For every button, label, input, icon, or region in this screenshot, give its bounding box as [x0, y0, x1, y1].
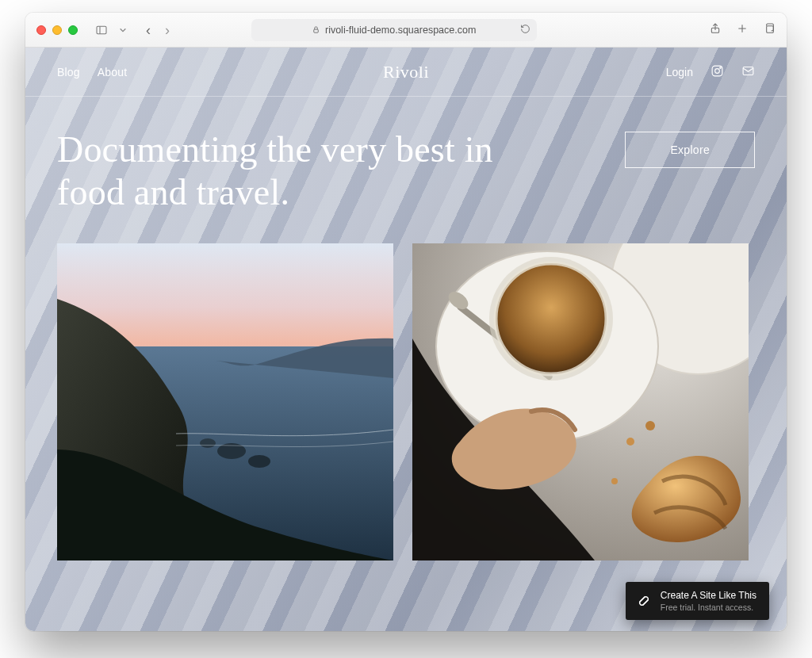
close-window-button[interactable]: [36, 25, 46, 35]
forward-button[interactable]: ›: [165, 23, 170, 37]
hero-section: Documenting the very best in food and tr…: [25, 97, 787, 215]
zoom-window-button[interactable]: [68, 25, 78, 35]
reload-icon: [520, 24, 530, 34]
svg-point-15: [200, 438, 216, 448]
back-button[interactable]: ‹: [146, 23, 151, 37]
site-header: Blog About Rivoli Login: [25, 48, 787, 97]
svg-rect-2: [314, 29, 319, 33]
sidebar-toggle-button[interactable]: [90, 21, 113, 39]
nav-link-blog[interactable]: Blog: [57, 66, 80, 78]
sidebar-icon: [95, 24, 108, 36]
tab-overview-button[interactable]: [763, 22, 776, 38]
plus-icon: [736, 22, 749, 35]
new-tab-button[interactable]: [736, 22, 749, 38]
svg-point-14: [248, 455, 270, 468]
svg-point-9: [720, 67, 721, 67]
featured-cards: [25, 215, 787, 560]
svg-rect-10: [743, 67, 753, 75]
tab-group-dropdown[interactable]: [119, 23, 127, 37]
svg-rect-6: [767, 25, 774, 33]
svg-point-26: [626, 438, 634, 446]
featured-card-1[interactable]: [57, 243, 393, 560]
mail-icon: [741, 64, 755, 78]
svg-point-27: [645, 421, 655, 430]
login-link[interactable]: Login: [666, 66, 693, 78]
featured-card-2[interactable]: [412, 243, 749, 560]
minimize-window-button[interactable]: [52, 25, 62, 35]
svg-point-8: [715, 68, 720, 73]
window-controls: [36, 25, 78, 35]
nav-link-about[interactable]: About: [98, 66, 128, 78]
primary-nav: Blog About: [57, 66, 127, 78]
instagram-link[interactable]: [710, 64, 724, 80]
browser-toolbar: ‹ › rivoli-fluid-demo.squarespace.com: [25, 13, 787, 48]
coffee-image: [412, 243, 749, 560]
promo-title: Create A Site Like This: [661, 590, 756, 601]
explore-button[interactable]: Explore: [625, 132, 755, 168]
coast-image: [57, 243, 393, 560]
address-bar-text: rivoli-fluid-demo.squarespace.com: [325, 25, 476, 36]
tabs-icon: [763, 22, 776, 35]
address-bar[interactable]: rivoli-fluid-demo.squarespace.com: [251, 19, 537, 41]
share-icon: [709, 22, 722, 35]
svg-point-28: [611, 478, 618, 484]
svg-rect-0: [97, 26, 106, 33]
squarespace-logo-icon: [635, 592, 653, 610]
page-viewport: Blog About Rivoli Login Documenting the …: [25, 48, 787, 631]
email-link[interactable]: [741, 64, 755, 80]
browser-window: ‹ › rivoli-fluid-demo.squarespace.com: [25, 13, 787, 631]
lock-icon: [312, 25, 320, 34]
chevron-down-icon: [119, 26, 127, 34]
promo-subtitle: Free trial. Instant access.: [661, 603, 756, 612]
squarespace-promo[interactable]: Create A Site Like This Free trial. Inst…: [626, 582, 769, 620]
instagram-icon: [710, 64, 724, 78]
reload-button[interactable]: [520, 24, 530, 36]
hero-headline: Documenting the very best in food and tr…: [57, 128, 549, 215]
share-button[interactable]: [709, 22, 722, 38]
